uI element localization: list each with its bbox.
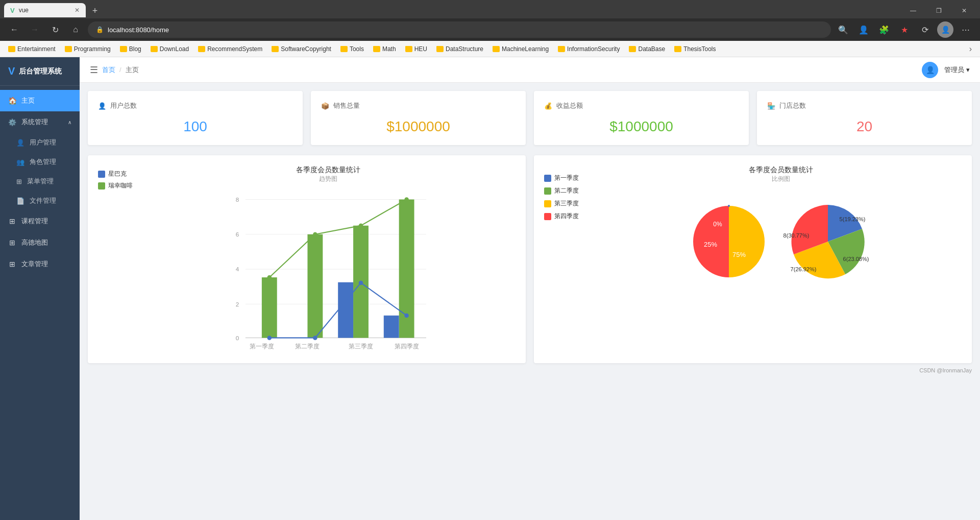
bookmark-math[interactable]: Math [369,43,400,55]
articles-icon: ⊞ [8,260,16,268]
svg-point-23 [359,223,363,228]
content-area: 👤 用户总数 100 📦 销售总量 $1000000 💰 收益总额 [80,83,980,520]
bar-chart-card: 星巴克 瑞幸咖啡 各季度会员数量统计 趋势图 [88,155,526,363]
bookmark-programming[interactable]: Programming [61,43,115,55]
bookmark-infosecurity[interactable]: InformationSecurity [554,43,624,55]
profile-icon[interactable]: 👤 [855,21,872,38]
sidebar-item-map[interactable]: ⊞ 高德地图 [0,232,80,253]
browser-tab[interactable]: V vue ✕ [4,3,86,17]
stat-value-sales: $1000000 [321,119,516,135]
sidebar-item-home[interactable]: 🏠 主页 [0,90,80,111]
bookmark-database[interactable]: DataBase [625,43,669,55]
extensions-icon[interactable]: 🧩 [876,21,892,38]
page-header: ☰ 首页 / 主页 👤 管理员 ▾ [80,57,980,83]
bookmark-softwarecopyright[interactable]: SoftwareCopyright [267,43,335,55]
tab-close-icon[interactable]: ✕ [75,7,80,14]
footer: CSDN @IronmanJay [88,363,972,377]
stat-value-stores: 20 [767,119,962,135]
svg-rect-11 [262,277,277,338]
maximize-button[interactable]: ❐ [927,3,950,18]
bookmark-thesistools[interactable]: ThesisTools [670,43,720,55]
legend-q2: 第二季度 [544,186,590,195]
sidebar-item-system[interactable]: ⚙️ 系统管理 ∧ [0,111,80,133]
url-text: localhost:8080/home [108,26,169,34]
svg-point-18 [313,336,317,340]
stores-stat-icon: 🏪 [767,102,775,110]
q4-color [544,213,551,220]
sidebar-item-articles[interactable]: ⊞ 文章管理 [0,253,80,275]
legend-q3: 第三季度 [544,199,590,208]
bookmark-recommendsystem[interactable]: RecommendSystem [194,43,266,55]
files-icon: 📄 [16,197,24,205]
sidebar-item-roles[interactable]: 👥 角色管理 [0,152,80,172]
charts-row: 星巴克 瑞幸咖啡 各季度会员数量统计 趋势图 [88,155,972,363]
logo-icon: V [8,65,15,77]
user-avatar: 👤 [922,62,938,78]
svg-text:第三季度: 第三季度 [349,343,373,349]
bookmark-heu[interactable]: HEU [401,43,431,55]
new-tab-button[interactable]: + [88,3,102,18]
svg-text:7(26.92%): 7(26.92%) [791,266,817,272]
favorites-icon[interactable]: ★ [896,21,913,38]
svg-text:8: 8 [236,196,239,203]
starbucks-color [98,171,105,178]
logo-text: 后台管理系统 [19,67,62,76]
search-icon[interactable]: 🔍 [835,21,851,38]
q2-color [544,187,551,195]
sales-stat-icon: 📦 [321,102,329,110]
home-button[interactable]: ⌂ [67,21,84,38]
more-options-button[interactable]: ⋯ [958,21,974,38]
header-right: 👤 管理员 ▾ [922,62,970,78]
sidebar-item-courses[interactable]: ⊞ 课程管理 [0,210,80,232]
user-menu-button[interactable]: 管理员 ▾ [944,65,970,75]
close-window-button[interactable]: ✕ [952,3,976,18]
breadcrumb: 首页 / 主页 [102,65,139,75]
pie-chart-title-area: 各季度会员数量统计 比例图 [749,166,813,183]
svg-text:0%: 0% [713,221,722,228]
reload-button[interactable]: ↻ [47,21,63,38]
tab-favicon: V [10,7,15,14]
map-icon: ⊞ [8,239,16,247]
tab-title: vue [19,7,70,14]
url-bar[interactable]: 🔒 localhost:8080/home [88,21,831,38]
svg-rect-16 [384,316,399,338]
pie-chart-title: 各季度会员数量统计 [749,166,813,175]
svg-point-21 [267,275,272,280]
sync-icon[interactable]: ⟳ [917,21,933,38]
lock-icon: 🔒 [96,26,104,33]
sidebar: V 后台管理系统 🏠 主页 ⚙️ 系统管理 ∧ 👤 用户 [0,57,80,520]
sidebar-item-menus[interactable]: ⊞ 菜单管理 [0,172,80,191]
bookmark-datastructure[interactable]: DataStructure [432,43,487,55]
menu-toggle-button[interactable]: ☰ [90,64,98,76]
back-button[interactable]: ← [6,21,22,38]
pie-chart-subtitle: 比例图 [749,175,813,183]
bookmark-entertainment[interactable]: Entertainment [4,43,60,55]
sidebar-item-users[interactable]: 👤 用户管理 [0,133,80,152]
forward-button[interactable]: → [27,21,43,38]
minimize-button[interactable]: — [901,3,925,18]
svg-point-20 [404,313,409,318]
svg-text:75%: 75% [732,251,746,258]
chevron-icon: ∧ [68,120,71,125]
svg-text:6: 6 [236,231,239,238]
bar-chart-title: 各季度会员数量统计 [141,166,516,175]
bookmark-tools[interactable]: Tools [336,43,368,55]
bar-chart-title-area: 各季度会员数量统计 趋势图 [141,166,516,183]
bookmark-download[interactable]: DownLoad [146,43,193,55]
svg-text:0: 0 [236,335,239,341]
stat-card-revenue: 💰 收益总额 $1000000 [534,91,749,145]
svg-text:2: 2 [236,301,239,308]
sidebar-item-files[interactable]: 📄 文件管理 [0,191,80,210]
breadcrumb-home[interactable]: 首页 [102,65,115,75]
stat-header-revenue: 💰 收益总额 [544,101,739,110]
more-bookmarks-button[interactable]: › [965,44,976,54]
stat-value-revenue: $1000000 [544,119,739,135]
svg-text:25%: 25% [704,241,717,248]
bookmark-blog[interactable]: Blog [116,43,145,55]
bookmark-machinelearning[interactable]: MachineLearning [488,43,553,55]
revenue-stat-icon: 💰 [544,102,552,110]
pie-chart-legend: 第一季度 第二季度 第三季度 [544,166,590,221]
user-account-icon[interactable]: 👤 [937,21,953,38]
q1-color [544,175,551,182]
pie-chart-card: 第一季度 第二季度 第三季度 [534,155,972,363]
